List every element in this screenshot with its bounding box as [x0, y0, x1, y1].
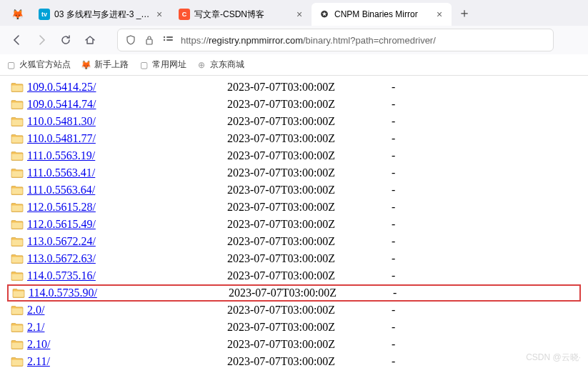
firefox-icon: 🦊: [81, 60, 91, 70]
directory-listing: 109.0.5414.25/2023-07-07T03:00:00Z-109.0…: [0, 76, 588, 368]
svg-rect-2: [166, 39, 173, 41]
table-row: 112.0.5615.49/2023-07-07T03:00:00Z-: [7, 216, 581, 233]
reload-button[interactable]: [54, 29, 77, 51]
table-row: 2.1/2023-07-07T03:00:00Z-: [7, 319, 581, 336]
bookmark-item[interactable]: ⊕京东商城: [196, 59, 244, 71]
directory-link[interactable]: 111.0.5563.19/: [27, 149, 95, 161]
csdn-icon: C: [179, 9, 190, 20]
folder-icon: [7, 322, 27, 332]
globe-icon: ⊕: [196, 60, 206, 70]
table-row: 114.0.5735.90/2023-07-07T03:00:00Z-: [7, 284, 581, 302]
directory-link[interactable]: 2.0/: [27, 304, 44, 316]
table-row: 112.0.5615.28/2023-07-07T03:00:00Z-: [7, 199, 581, 216]
table-row: 2.11/2023-07-07T03:00:00Z-: [7, 353, 581, 368]
folder-icon: ▢: [139, 60, 149, 70]
folder-icon: [7, 305, 27, 315]
url-text: https://registry.npmmirror.com/binary.ht…: [181, 35, 546, 46]
folder-icon: ▢: [6, 60, 16, 70]
lock-icon[interactable]: [144, 35, 155, 45]
svg-rect-0: [146, 39, 152, 44]
modified-date: 2023-07-07T03:00:00Z: [227, 184, 392, 197]
folder-icon: [7, 116, 27, 126]
size: -: [392, 184, 395, 197]
table-row: 111.0.5563.64/2023-07-07T03:00:00Z-: [7, 181, 581, 199]
size: -: [392, 201, 395, 214]
table-row: 111.0.5563.41/2023-07-07T03:00:00Z-: [7, 164, 581, 181]
size: -: [392, 115, 395, 128]
tab-firefox-home[interactable]: 🦊: [3, 3, 31, 26]
bookmark-item[interactable]: ▢常用网址: [139, 59, 186, 71]
size: -: [392, 321, 395, 334]
directory-link[interactable]: 110.0.5481.77/: [27, 132, 96, 144]
home-button[interactable]: [79, 29, 101, 51]
svg-point-1: [164, 39, 165, 41]
folder-icon: [7, 82, 27, 92]
directory-link[interactable]: 2.1/: [27, 321, 44, 333]
directory-link[interactable]: 114.0.5735.16/: [27, 269, 96, 282]
size: -: [392, 304, 395, 317]
directory-link[interactable]: 114.0.5735.90/: [29, 287, 97, 299]
forward-button[interactable]: [30, 29, 53, 51]
tab-csdn[interactable]: C 写文章-CSDN博客 ×: [171, 3, 312, 26]
folder-icon: [7, 168, 27, 178]
tab-npmmirror[interactable]: ✪ CNPM Binaries Mirror ×: [312, 3, 452, 26]
modified-date: 2023-07-07T03:00:00Z: [227, 218, 392, 231]
modified-date: 2023-07-07T03:00:00Z: [227, 338, 392, 351]
directory-link[interactable]: 110.0.5481.30/: [27, 115, 96, 127]
url-bar[interactable]: https://registry.npmmirror.com/binary.ht…: [117, 29, 554, 51]
tab-bilibili[interactable]: tv 03 多线程与多进程-3 _哔哩哔哩... ×: [31, 3, 171, 26]
directory-link[interactable]: 112.0.5615.49/: [27, 218, 96, 230]
directory-link[interactable]: 109.0.5414.74/: [27, 98, 96, 110]
close-icon[interactable]: ×: [434, 9, 444, 19]
watermark: CSDN @云晓·: [526, 352, 581, 364]
size: -: [392, 252, 395, 265]
modified-date: 2023-07-07T03:00:00Z: [227, 269, 392, 282]
table-row: 2.10/2023-07-07T03:00:00Z-: [7, 336, 581, 353]
directory-link[interactable]: 111.0.5563.41/: [27, 166, 95, 179]
modified-date: 2023-07-07T03:00:00Z: [227, 201, 392, 214]
size: -: [392, 149, 395, 162]
svg-point-3: [164, 36, 165, 38]
folder-icon: [7, 271, 27, 281]
tab-title: 写文章-CSDN博客: [194, 9, 290, 21]
modified-date: 2023-07-07T03:00:00Z: [227, 321, 392, 334]
shield-icon[interactable]: [125, 35, 136, 45]
new-tab-button[interactable]: ＋: [454, 3, 474, 23]
directory-link[interactable]: 111.0.5563.64/: [27, 184, 95, 196]
back-button[interactable]: [6, 29, 29, 51]
close-icon[interactable]: ×: [154, 9, 164, 19]
size: -: [392, 218, 395, 231]
permissions-icon[interactable]: [162, 36, 174, 44]
table-row: 110.0.5481.77/2023-07-07T03:00:00Z-: [7, 130, 581, 147]
modified-date: 2023-07-07T03:00:00Z: [227, 149, 392, 162]
table-row: 114.0.5735.16/2023-07-07T03:00:00Z-: [7, 267, 581, 284]
tab-title: 03 多线程与多进程-3 _哔哩哔哩...: [54, 9, 150, 21]
folder-icon: [7, 339, 27, 349]
table-row: 111.0.5563.19/2023-07-07T03:00:00Z-: [7, 147, 581, 164]
bookmark-item[interactable]: 🦊新手上路: [81, 59, 129, 71]
folder-icon: [7, 219, 27, 229]
folder-icon: [7, 202, 27, 212]
modified-date: 2023-07-07T03:00:00Z: [227, 355, 392, 368]
directory-link[interactable]: 113.0.5672.63/: [27, 252, 96, 264]
close-icon[interactable]: ×: [294, 9, 304, 19]
directory-link[interactable]: 109.0.5414.25/: [27, 81, 96, 93]
folder-icon: [7, 237, 27, 247]
table-row: 109.0.5414.74/2023-07-07T03:00:00Z-: [7, 96, 581, 113]
directory-link[interactable]: 112.0.5615.28/: [27, 201, 96, 213]
modified-date: 2023-07-07T03:00:00Z: [227, 98, 392, 111]
folder-icon: [7, 254, 27, 264]
table-row: 110.0.5481.30/2023-07-07T03:00:00Z-: [7, 113, 581, 130]
size: -: [392, 132, 395, 145]
table-row: 2.0/2023-07-07T03:00:00Z-: [7, 302, 581, 319]
bookmark-item[interactable]: ▢火狐官方站点: [6, 59, 71, 71]
nav-bar: https://registry.npmmirror.com/binary.ht…: [0, 26, 588, 54]
bookmark-bar: ▢火狐官方站点 🦊新手上路 ▢常用网址 ⊕京东商城: [0, 54, 588, 76]
folder-icon: [9, 288, 29, 298]
directory-link[interactable]: 2.11/: [27, 355, 50, 367]
npm-icon: ✪: [319, 9, 330, 20]
size: -: [392, 235, 395, 248]
modified-date: 2023-07-07T03:00:00Z: [229, 287, 393, 299]
directory-link[interactable]: 2.10/: [27, 338, 50, 350]
directory-link[interactable]: 113.0.5672.24/: [27, 235, 96, 247]
